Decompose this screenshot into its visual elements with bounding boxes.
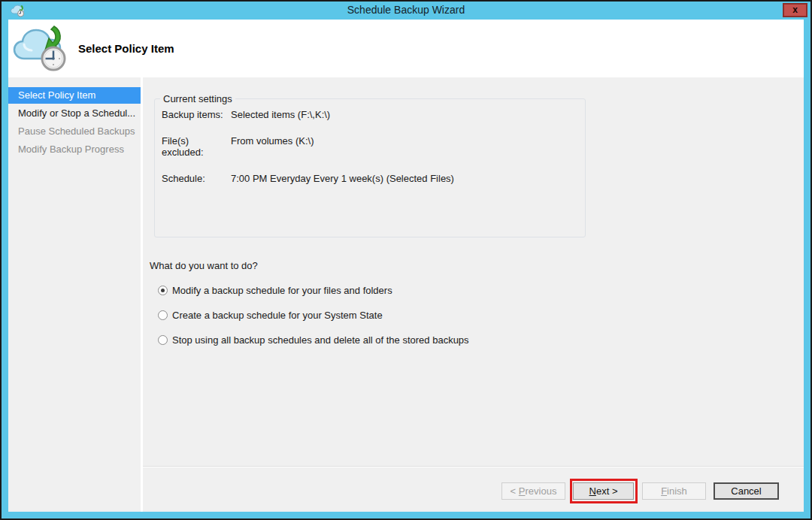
titlebar: Schedule Backup Wizard x [2,2,810,20]
radio-option-stop-all-backups[interactable]: Stop using all backup schedules and dele… [158,334,469,346]
sidebar-item-modify-backup-progress: Modify Backup Progress [8,141,141,158]
radio-option-modify-schedule[interactable]: Modify a backup schedule for your files … [158,285,469,296]
sidebar: Select Policy Item Modify or Stop a Sche… [8,77,141,512]
cancel-button[interactable]: Cancel [714,482,779,500]
settings-rows: Backup items: Selected items (F:\,K:\) F… [155,99,585,184]
radio-option-create-system-state[interactable]: Create a backup schedule for your System… [158,310,469,321]
wizard-body: Select Policy Item Modify or Stop a Sche… [8,77,804,512]
setting-value: 7:00 PM Everyday Every 1 week(s) (Select… [231,173,585,184]
next-button[interactable]: Next > [573,482,634,500]
main-panel: Current settings Backup items: Selected … [143,77,804,512]
sidebar-item-modify-or-stop-schedule: Modify or Stop a Schedul... [8,105,141,122]
group-title: Current settings [160,93,235,104]
close-icon: x [792,5,798,15]
radio-icon[interactable] [158,335,168,345]
schedule-backup-wizard-window: Schedule Backup Wizard x Select Policy I… [0,0,812,520]
setting-label: File(s) excluded: [162,135,231,158]
wizard-header: Select Policy Item [8,20,804,77]
sidebar-item-pause-scheduled-backups: Pause Scheduled Backups [8,123,141,140]
setting-row-schedule: Schedule: 7:00 PM Everyday Every 1 week(… [162,173,585,184]
sidebar-item-select-policy-item: Select Policy Item [8,87,141,104]
question-label: What do you want to do? [150,260,258,271]
finish-button: Finish [642,482,706,500]
option-label: Modify a backup schedule for your files … [172,285,392,296]
radio-icon[interactable] [158,310,168,320]
setting-value: Selected items (F:\,K:\) [231,109,585,120]
option-label: Stop using all backup schedules and dele… [172,334,469,346]
close-button[interactable]: x [783,3,807,17]
option-label: Create a backup schedule for your System… [172,310,383,321]
setting-label: Schedule: [162,173,231,184]
footer: < Previous Next > Finish Cancel [143,466,804,512]
current-settings-group: Current settings Backup items: Selected … [154,98,586,237]
previous-button: < Previous [501,482,565,500]
client-area: Select Policy Item Select Policy Item Mo… [8,20,804,512]
setting-row-files-excluded: File(s) excluded: From volumes (K:\) [162,135,585,158]
options-list: Modify a backup schedule for your files … [158,285,469,359]
radio-icon[interactable] [158,286,168,295]
page-title: Select Policy Item [78,42,174,55]
setting-row-backup-items: Backup items: Selected items (F:\,K:\) [162,109,585,120]
window-title: Schedule Backup Wizard [2,4,810,16]
setting-value: From volumes (K:\) [231,135,585,158]
cloud-backup-clock-icon [12,23,72,74]
setting-label: Backup items: [162,109,231,120]
